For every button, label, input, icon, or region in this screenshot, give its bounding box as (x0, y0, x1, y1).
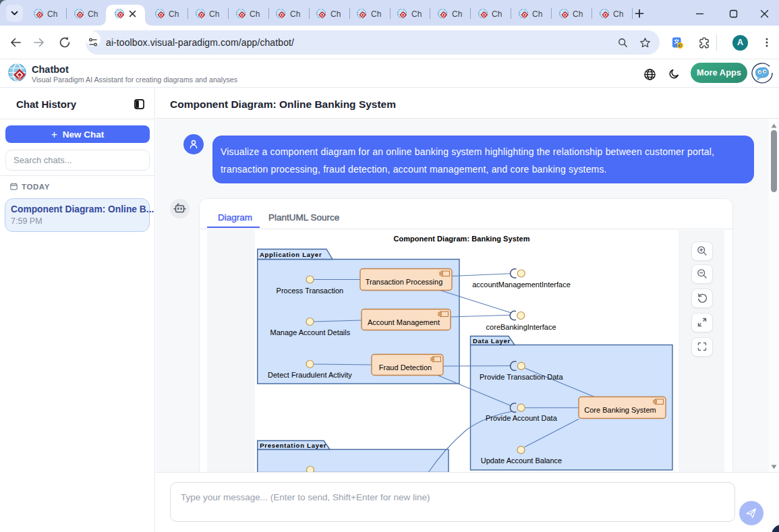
svg-text:Process Transaction: Process Transaction (277, 287, 344, 295)
svg-text:Update Account Balance: Update Account Balance (481, 456, 562, 465)
svg-text:Provide Transaction Data: Provide Transaction Data (480, 373, 563, 381)
svg-text:Core Banking System: Core Banking System (584, 406, 656, 414)
svg-text:Manage Account Details: Manage Account Details (270, 328, 351, 336)
svg-text:Transaction Processing: Transaction Processing (366, 278, 443, 286)
svg-text:Account Management: Account Management (368, 318, 440, 326)
svg-text:Detect Fraudulent Activity: Detect Fraudulent Activity (268, 371, 352, 379)
svg-text:Component Diagram: Banking Sys: Component Diagram: Banking System (393, 235, 529, 243)
svg-text:Application Layer: Application Layer (260, 251, 322, 258)
svg-text:Provide Account Data: Provide Account Data (486, 414, 558, 422)
svg-text:accountManagementInterface: accountManagementInterface (472, 280, 571, 289)
svg-text:Data Layer: Data Layer (473, 337, 511, 345)
svg-text:Fraud Detection: Fraud Detection (379, 363, 432, 372)
svg-text:coreBankingInterface: coreBankingInterface (486, 323, 556, 331)
svg-text:Presentation Layer: Presentation Layer (260, 442, 326, 449)
